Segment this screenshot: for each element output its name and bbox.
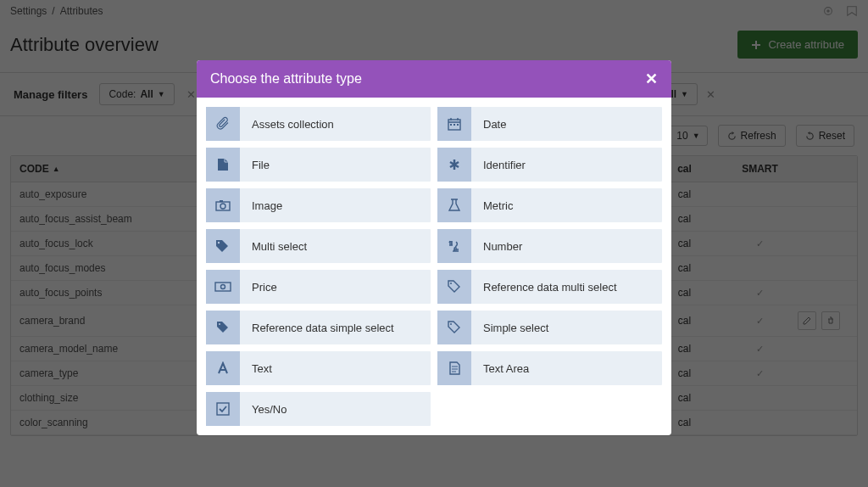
svg-rect-17: [217, 403, 229, 415]
beaker-icon: [437, 188, 471, 222]
attribute-type-option[interactable]: Multi select: [206, 229, 431, 263]
tag-icon: [437, 311, 471, 344]
attribute-type-option[interactable]: Text Area: [437, 351, 662, 385]
doc-icon: [437, 351, 471, 385]
svg-point-16: [450, 323, 452, 325]
check-icon: [206, 392, 240, 426]
attribute-type-label: Date: [471, 118, 518, 131]
svg-point-7: [220, 204, 225, 209]
attribute-type-option[interactable]: Image: [206, 188, 431, 222]
tag-solid-icon: [206, 311, 240, 344]
attribute-type-option[interactable]: Date: [437, 107, 662, 141]
svg-point-13: [221, 285, 225, 289]
attribute-type-option[interactable]: Text: [206, 351, 431, 385]
attribute-type-label: Image: [240, 199, 294, 212]
money-icon: [206, 270, 240, 304]
camera-icon: [206, 188, 240, 222]
svg-point-14: [450, 283, 452, 284]
number-icon: 19: [437, 229, 471, 263]
attribute-type-label: Yes/No: [240, 403, 298, 416]
attribute-type-option[interactable]: Price: [206, 270, 431, 304]
modal-title: Choose the attribute type: [210, 71, 362, 87]
svg-text:9: 9: [453, 245, 458, 253]
file-icon: [206, 148, 240, 182]
attribute-type-label: Simple select: [471, 322, 560, 334]
attribute-type-option[interactable]: Yes/No: [206, 392, 431, 426]
svg-rect-4: [453, 124, 455, 126]
attribute-type-option[interactable]: Assets collection: [206, 107, 431, 141]
svg-rect-3: [450, 124, 452, 126]
attribute-type-label: Text Area: [471, 362, 541, 375]
attribute-type-option[interactable]: Reference data simple select: [206, 311, 431, 344]
attribute-type-label: Metric: [471, 199, 525, 212]
modal-close-button[interactable]: ✕: [645, 70, 658, 88]
letter-icon: [206, 351, 240, 385]
attribute-type-label: Text: [240, 362, 284, 375]
attribute-type-label: Multi select: [240, 240, 319, 253]
attribute-type-option[interactable]: Metric: [437, 188, 662, 222]
attribute-type-modal: Choose the attribute type ✕ Assets colle…: [197, 60, 671, 435]
tag-icon: [437, 270, 471, 304]
svg-point-9: [218, 242, 220, 244]
attribute-type-label: Reference data multi select: [471, 281, 629, 294]
attribute-type-label: Identifier: [471, 159, 537, 171]
attribute-type-label: Assets collection: [240, 118, 346, 131]
tags-icon: [206, 229, 240, 263]
attribute-type-option[interactable]: Identifier: [437, 148, 662, 182]
attribute-type-label: Price: [240, 281, 289, 294]
asterisk-icon: [437, 148, 471, 182]
svg-rect-12: [215, 283, 231, 291]
attribute-type-label: Reference data simple select: [240, 322, 406, 334]
calendar-icon: [437, 107, 471, 141]
svg-point-15: [219, 323, 220, 325]
attribute-type-label: File: [240, 159, 281, 171]
attribute-type-option[interactable]: File: [206, 148, 431, 182]
attachment-icon: [206, 107, 240, 141]
attribute-type-option[interactable]: 19Number: [437, 229, 662, 263]
attribute-type-option[interactable]: Reference data multi select: [437, 270, 662, 304]
svg-rect-5: [457, 124, 459, 126]
attribute-type-label: Number: [471, 240, 534, 253]
attribute-type-option[interactable]: Simple select: [437, 311, 662, 344]
svg-rect-8: [220, 200, 223, 202]
